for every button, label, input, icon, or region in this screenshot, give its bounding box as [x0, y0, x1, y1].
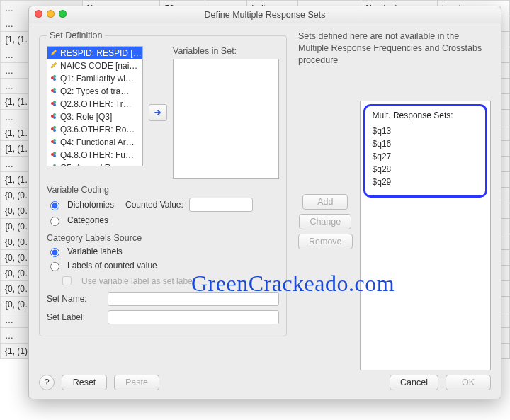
cls-legend: Category Labels Source — [47, 233, 279, 243]
variable-item-label: Q2.8.OTHER: Tr… — [60, 99, 132, 109]
cls-variable-labels-radio[interactable] — [50, 248, 60, 257]
nominal-var-icon — [50, 112, 57, 122]
svg-point-16 — [53, 139, 56, 142]
svg-point-13 — [53, 126, 56, 129]
variable-item[interactable]: Q4: Functional Ar… — [47, 136, 142, 149]
categories-radio[interactable] — [50, 217, 60, 226]
variable-coding-legend: Variable Coding — [47, 185, 279, 195]
nominal-var-icon — [50, 86, 57, 96]
counted-value-label: Counted Value: — [125, 200, 183, 210]
variable-item[interactable]: NAICS CODE [nai… — [47, 59, 142, 72]
cls-counted-radio[interactable] — [50, 262, 60, 271]
ok-button[interactable]: OK — [446, 375, 491, 390]
category-labels-source-section: Category Labels Source Variable labels L… — [47, 233, 279, 288]
cls-use-var-checkbox — [62, 276, 72, 285]
nominal-var-icon — [50, 163, 57, 166]
svg-point-10 — [53, 113, 56, 116]
help-button[interactable]: ? — [39, 375, 55, 390]
variables-in-set-list[interactable] — [173, 59, 279, 179]
nominal-var-icon — [50, 137, 57, 147]
variable-item-label: Q2: Types of tra… — [60, 86, 129, 96]
svg-point-21 — [51, 166, 54, 166]
nominal-var-icon — [50, 74, 57, 84]
variable-item[interactable]: Q2.8.OTHER: Tr… — [47, 98, 142, 110]
mr-sets-list[interactable]: Mult. Response Sets: $q13$q16$q27$q28$q2… — [360, 101, 491, 370]
mr-sets-highlight: Mult. Response Sets: $q13$q16$q27$q28$q2… — [363, 104, 487, 198]
add-button[interactable]: Add — [302, 194, 348, 210]
variable-item-label: NAICS CODE [nai… — [60, 61, 137, 71]
variable-item-label: RESPID: RESPID [… — [60, 48, 142, 58]
reset-button[interactable]: Reset — [62, 375, 107, 390]
svg-point-14 — [53, 129, 56, 132]
nominal-var-icon — [50, 150, 57, 160]
availability-note: Sets defined here are not available in t… — [298, 30, 491, 67]
svg-point-5 — [53, 91, 56, 93]
nominal-var-icon — [50, 125, 57, 135]
paste-button[interactable]: Paste — [114, 375, 159, 390]
svg-point-7 — [53, 101, 56, 103]
svg-point-4 — [53, 88, 56, 91]
move-right-button[interactable] — [149, 104, 167, 121]
dialog-title: Define Multiple Response Sets — [205, 10, 326, 20]
variable-item-label: Q4.8.OTHER: Fu… — [60, 150, 134, 160]
variable-item[interactable]: Q2: Types of tra… — [47, 85, 142, 98]
variable-item[interactable]: Q5: Annual Reve… — [47, 161, 142, 166]
set-definition-group: Set Definition RESPID: RESPID […NAICS CO… — [39, 30, 287, 336]
set-label-input[interactable] — [108, 310, 279, 324]
dichotomies-radio[interactable] — [50, 201, 60, 210]
variable-item[interactable]: Q3: Role [Q3] — [47, 110, 142, 123]
counted-value-input[interactable] — [189, 198, 253, 212]
set-name-input[interactable] — [108, 292, 279, 306]
remove-button[interactable]: Remove — [298, 234, 353, 249]
change-button[interactable]: Change — [299, 214, 351, 229]
variable-item-label: Q3.6.OTHER: Ro… — [60, 125, 135, 135]
mr-set-item[interactable]: $q27 — [373, 150, 478, 163]
variable-item-label: Q4: Functional Ar… — [60, 137, 135, 147]
svg-point-17 — [53, 142, 56, 144]
cls-variable-labels-label: Variable labels — [67, 246, 123, 256]
variable-item[interactable]: Q3.6.OTHER: Ro… — [47, 123, 142, 136]
variable-item-label: Q5: Annual Reve… — [60, 163, 133, 166]
svg-point-11 — [53, 116, 56, 119]
svg-point-2 — [53, 78, 56, 81]
categories-label: Categories — [67, 215, 108, 225]
mr-set-item[interactable]: $q13 — [373, 125, 478, 137]
cancel-button[interactable]: Cancel — [390, 375, 438, 390]
string-var-icon — [50, 48, 57, 58]
svg-point-22 — [53, 164, 56, 166]
svg-point-8 — [53, 103, 56, 106]
variable-item[interactable]: RESPID: RESPID [… — [47, 47, 142, 59]
string-var-icon — [50, 61, 57, 71]
dialog-titlebar: Define Multiple Response Sets — [29, 6, 501, 23]
svg-point-19 — [53, 152, 56, 154]
define-mr-sets-dialog: Define Multiple Response Sets Set Defini… — [28, 6, 502, 399]
mr-set-item[interactable]: $q28 — [373, 163, 478, 176]
set-label-label: Set Label: — [47, 312, 102, 322]
variable-item-label: Q3: Role [Q3] — [60, 112, 112, 122]
zoom-icon[interactable] — [59, 10, 67, 18]
mr-set-item[interactable]: $q16 — [373, 137, 478, 150]
dichotomies-label: Dichotomies — [67, 200, 114, 210]
variables-source-list[interactable]: RESPID: RESPID […NAICS CODE [nai…Q1: Fam… — [47, 46, 143, 166]
cls-counted-label: Labels of counted value — [67, 261, 157, 271]
variable-item[interactable]: Q1: Familiarity wi… — [47, 72, 142, 85]
nominal-var-icon — [50, 99, 57, 109]
set-definition-legend: Set Definition — [47, 30, 105, 40]
vars-in-set-label: Variables in Set: — [173, 46, 279, 56]
mr-sets-label: Mult. Response Sets: — [373, 110, 478, 120]
svg-point-1 — [53, 75, 56, 78]
mr-set-item[interactable]: $q29 — [373, 176, 478, 188]
variable-item-label: Q1: Familiarity wi… — [60, 74, 134, 84]
arrow-right-icon — [154, 108, 162, 117]
cls-use-var-label: Use variable label as set label — [81, 276, 194, 286]
svg-point-20 — [53, 154, 56, 157]
variable-item[interactable]: Q4.8.OTHER: Fu… — [47, 149, 142, 161]
minimize-icon[interactable] — [47, 10, 55, 18]
set-name-label: Set Name: — [47, 294, 102, 304]
variable-coding-section: Variable Coding Dichotomies Counted Valu… — [47, 185, 279, 226]
close-icon[interactable] — [35, 10, 42, 18]
